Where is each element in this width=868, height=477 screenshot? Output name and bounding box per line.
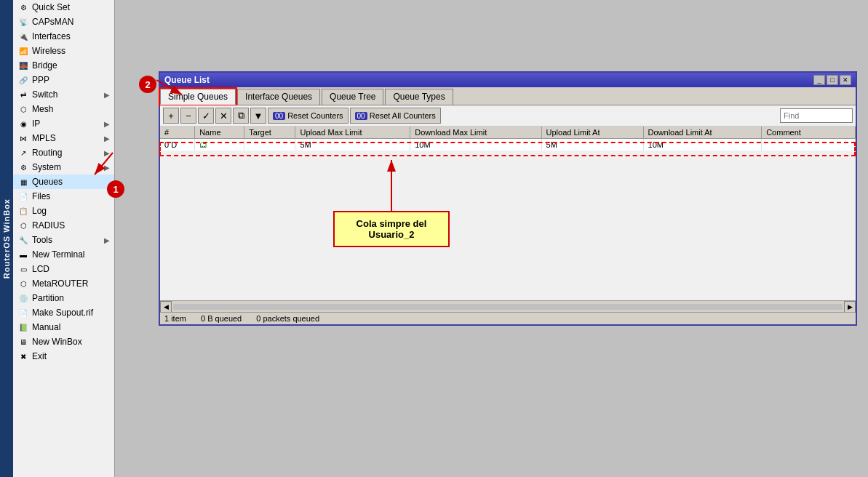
sidebar-icon: 📄 xyxy=(17,191,29,202)
add-button[interactable]: + xyxy=(163,108,179,124)
sidebar-item-label: Make Supout.rif xyxy=(32,308,93,318)
sidebar-item-capsman[interactable]: 📡 CAPsMAN xyxy=(13,15,114,29)
sidebar-item-radius[interactable]: ⬡ RADIUS xyxy=(13,218,114,233)
cross-button[interactable]: ✕ xyxy=(215,108,231,124)
window-maximize-button[interactable]: □ xyxy=(827,75,838,85)
sidebar-item-exit[interactable]: ✖ Exit xyxy=(13,349,114,364)
sidebar-icon: 🔗 xyxy=(17,74,29,86)
sidebar-item-system[interactable]: ⚙ System ▶ xyxy=(13,160,114,175)
sidebar-item-label: Wireless xyxy=(32,46,65,56)
sidebar-item-new-winbox[interactable]: 🖥 New WinBox xyxy=(13,334,114,349)
reset-counters-button[interactable]: 00 Reset Counters xyxy=(268,108,349,124)
window-minimize-button[interactable]: _ xyxy=(813,75,825,85)
sidebar-item-bridge[interactable]: 🌉 Bridge xyxy=(13,58,114,73)
submenu-arrow: ▶ xyxy=(104,236,110,244)
table-container: # Name Target Upload Max Limit Download … xyxy=(160,127,856,300)
reset-all-label: Reset All Counters xyxy=(370,111,436,120)
sidebar-icon: ⬡ xyxy=(17,278,29,289)
scroll-track[interactable] xyxy=(173,304,843,310)
sidebar-icon: 📡 xyxy=(17,16,29,28)
sidebar-icon: ⇄ xyxy=(17,89,29,100)
callout-text-line2: Usuario_2 xyxy=(369,229,415,240)
scroll-right-button[interactable]: ▶ xyxy=(844,301,856,313)
sidebar-item-label: Tools xyxy=(32,235,52,245)
sidebar-item-label: New WinBox xyxy=(32,337,82,347)
sidebar-item-label: LCD xyxy=(32,264,49,274)
col-upload-max: Upload Max Limit xyxy=(295,127,410,139)
cell-download-limit: 10M xyxy=(643,139,762,151)
sidebar-item-label: Mesh xyxy=(32,104,53,114)
sidebar-item-label: IP xyxy=(32,119,40,129)
sidebar-icon: ▭ xyxy=(17,263,29,275)
sidebar-icon: 📶 xyxy=(17,45,29,57)
sidebar-item-ip[interactable]: ◉ IP ▶ xyxy=(13,116,114,131)
sidebar-item-log[interactable]: 📋 Log xyxy=(13,204,114,218)
reset-counters-badge: 00 xyxy=(273,112,285,120)
sidebar-item-mesh[interactable]: ⬡ Mesh xyxy=(13,102,114,116)
table-row[interactable]: 0 D 🗂 5M 10M 5M 10M xyxy=(160,139,856,151)
sidebar-item-partition[interactable]: 💿 Partition xyxy=(13,291,114,305)
queue-table: # Name Target Upload Max Limit Download … xyxy=(160,127,856,151)
col-upload-limit: Upload Limit At xyxy=(541,127,643,139)
sidebar-icon: ⚙ xyxy=(17,161,29,173)
sidebar-item-manual[interactable]: 📗 Manual xyxy=(13,320,114,334)
sidebar-item-lcd[interactable]: ▭ LCD xyxy=(13,262,114,276)
find-input[interactable] xyxy=(780,108,853,123)
sidebar-item-label: PPP xyxy=(32,75,49,85)
sidebar-icon: ⚙ xyxy=(17,1,29,13)
callout-text-line1: Cola simpre del xyxy=(357,218,427,229)
horizontal-scrollbar[interactable]: ◀ ▶ xyxy=(160,300,856,312)
tab-queue-tree[interactable]: Queue Tree xyxy=(322,89,383,105)
submenu-arrow: ▶ xyxy=(104,135,110,143)
queued-packets: 0 packets queued xyxy=(256,314,319,323)
sidebar-item-label: MPLS xyxy=(32,133,56,143)
cell-upload-max: 5M xyxy=(295,139,410,151)
tab-interface-queues[interactable]: Interface Queues xyxy=(237,89,320,105)
sidebar-icon: 💿 xyxy=(17,292,29,304)
sidebar-item-label: Bridge xyxy=(32,60,57,71)
copy-button[interactable]: ⧉ xyxy=(233,108,249,124)
reset-counters-label: Reset Counters xyxy=(287,111,343,120)
sidebar-item-make-supout.rif[interactable]: 📄 Make Supout.rif xyxy=(13,305,114,320)
sidebar-item-files[interactable]: 📄 Files xyxy=(13,189,114,204)
sidebar-icon: ◉ xyxy=(17,118,29,129)
sidebar: ⚙ Quick Set 📡 CAPsMAN 🔌 Interfaces 📶 Wir… xyxy=(13,0,115,477)
sidebar-item-label: RADIUS xyxy=(32,220,65,231)
window-close-button[interactable]: ✕ xyxy=(840,75,851,85)
sidebar-item-label: Queues xyxy=(32,177,63,187)
sidebar-item-new-terminal[interactable]: ▬ New Terminal xyxy=(13,247,114,262)
tab-simple-queues[interactable]: Simple Queues xyxy=(160,89,236,105)
sidebar-item-routing[interactable]: ↗ Routing ▶ xyxy=(13,145,114,160)
winbox-label-text: RouterOS WinBox xyxy=(2,199,11,278)
sidebar-item-label: MetaROUTER xyxy=(32,278,88,289)
sidebar-item-label: Log xyxy=(32,206,47,216)
sidebar-item-metarouter[interactable]: ⬡ MetaROUTER xyxy=(13,276,114,291)
filter-button[interactable]: ▼ xyxy=(250,108,266,124)
sidebar-item-interfaces[interactable]: 🔌 Interfaces xyxy=(13,29,114,44)
sidebar-item-ppp[interactable]: 🔗 PPP xyxy=(13,73,114,87)
sidebar-icon: ⬡ xyxy=(17,220,29,231)
cell-upload-limit: 5M xyxy=(541,139,643,151)
sidebar-icon: 🔧 xyxy=(17,234,29,246)
submenu-arrow: ▶ xyxy=(104,149,110,157)
sidebar-item-wireless[interactable]: 📶 Wireless xyxy=(13,44,114,58)
sidebar-item-switch[interactable]: ⇄ Switch ▶ xyxy=(13,87,114,102)
sidebar-item-label: Partition xyxy=(32,293,64,303)
reset-all-counters-button[interactable]: 00 Reset All Counters xyxy=(350,108,441,124)
sidebar-icon: ▦ xyxy=(17,176,29,188)
submenu-arrow: ▶ xyxy=(104,164,110,172)
tab-queue-types[interactable]: Queue Types xyxy=(385,89,453,105)
sidebar-item-label: Exit xyxy=(32,351,47,361)
sidebar-item-mpls[interactable]: ⋈ MPLS ▶ xyxy=(13,131,114,145)
sidebar-item-quick-set[interactable]: ⚙ Quick Set xyxy=(13,0,114,15)
winbox-sidebar-label: RouterOS WinBox xyxy=(0,0,13,477)
sidebar-item-tools[interactable]: 🔧 Tools ▶ xyxy=(13,233,114,247)
sidebar-icon: ⋈ xyxy=(17,132,29,144)
scroll-left-button[interactable]: ◀ xyxy=(160,301,172,313)
check-button[interactable]: ✓ xyxy=(198,108,214,124)
sidebar-item-queues[interactable]: ▦ Queues xyxy=(13,175,114,189)
queued-bytes: 0 B queued xyxy=(201,314,242,323)
sidebar-item-label: Quick Set xyxy=(32,2,70,12)
col-num: # xyxy=(160,127,195,139)
remove-button[interactable]: − xyxy=(180,108,196,124)
